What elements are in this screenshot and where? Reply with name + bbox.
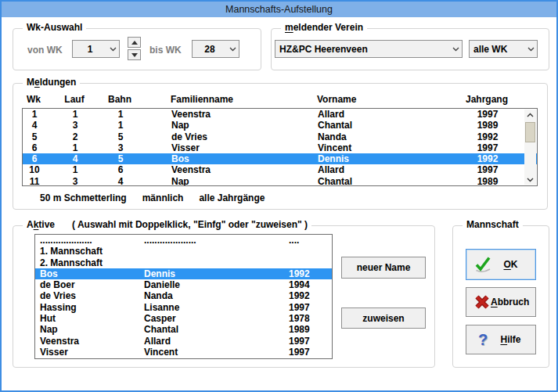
zuweisen-button[interactable]: zuweisen bbox=[341, 307, 426, 329]
vorname-cell: Casper bbox=[144, 313, 176, 324]
von-wk-select[interactable]: 1 bbox=[72, 40, 120, 58]
aktive-row[interactable]: HutCasper1978 bbox=[35, 313, 332, 324]
event-gender: männlich bbox=[142, 192, 184, 203]
meldungen-row[interactable]: 111VeenstraAllard1997 bbox=[23, 109, 537, 120]
titlebar: Mannschafts-Aufstellung bbox=[2, 2, 556, 17]
verein-select[interactable]: HZ&PC Heerenveen bbox=[275, 40, 463, 58]
familienname-cell: 1. Mannschaft bbox=[40, 246, 103, 257]
chevron-down-icon bbox=[525, 47, 537, 52]
jahrgang-cell: 1997 bbox=[463, 164, 513, 175]
column-header-jahrgang: Jahrgang bbox=[462, 93, 512, 106]
bis-wk-value: 28 bbox=[193, 44, 227, 55]
familienname-cell: Hut bbox=[40, 313, 56, 324]
familienname-cell: Bos bbox=[171, 153, 189, 164]
jahrgang-cell: 1997 bbox=[463, 142, 513, 153]
jahrgang-cell: 1992 bbox=[463, 131, 513, 142]
aktive-row[interactable]: ........................................… bbox=[35, 235, 332, 246]
neuer-name-button-label: neuer Name bbox=[357, 262, 411, 273]
event-ages: alle Jahrgänge bbox=[199, 192, 265, 203]
vorname-cell: Allard bbox=[144, 336, 171, 347]
vorname-cell: Nanda bbox=[318, 131, 347, 142]
familienname-cell: Visser bbox=[40, 347, 68, 358]
aktive-row[interactable]: 2. Mannschaft bbox=[35, 257, 332, 268]
aktive-list[interactable]: ........................................… bbox=[34, 234, 333, 359]
wk-cell: 6 bbox=[23, 153, 46, 164]
chevron-down-icon bbox=[527, 178, 534, 182]
event-summary: 50 m Schmetterlingmännlichalle Jahrgänge bbox=[40, 192, 280, 203]
bis-wk-label: bis WK bbox=[149, 45, 182, 56]
vorname-cell: Chantal bbox=[318, 176, 352, 186]
scrollbar[interactable] bbox=[524, 110, 536, 185]
group-mannschaft: Mannschaft OK Abbruch ? Hilfe bbox=[452, 225, 549, 368]
group-meldungen: Meldungen Wk Lauf Bahn Familienname Vorn… bbox=[13, 83, 548, 210]
jahrgang-cell: .... bbox=[289, 235, 299, 246]
bis-wk-select[interactable]: 28 bbox=[192, 40, 239, 58]
question-icon: ? bbox=[473, 332, 492, 347]
vorname-cell: Dennis bbox=[144, 268, 175, 279]
jahrgang-cell: 1992 bbox=[289, 268, 310, 279]
spinner-down-button[interactable] bbox=[128, 49, 141, 60]
chevron-down-icon bbox=[450, 47, 462, 52]
group-meldender-verein: meldender Verein HZ&PC Heerenveen alle W… bbox=[271, 28, 549, 70]
aktive-row[interactable]: VeenstraAllard1997 bbox=[35, 336, 332, 347]
bahn-cell: 5 bbox=[105, 153, 136, 164]
wk-cell: 5 bbox=[23, 131, 46, 142]
vorname-cell: .................... bbox=[144, 235, 196, 246]
aktive-row[interactable]: NapChantal1989 bbox=[35, 324, 332, 335]
meldungen-row[interactable]: 645BosDennis1992 bbox=[23, 153, 537, 164]
lauf-cell: 3 bbox=[59, 120, 91, 131]
spinner-up-button[interactable] bbox=[128, 37, 141, 48]
column-header-wk: Wk bbox=[22, 93, 45, 106]
aktive-row[interactable]: HassingLisanne1997 bbox=[35, 302, 332, 313]
vorname-cell: Vincent bbox=[144, 347, 178, 358]
aktive-row[interactable]: 1. Mannschaft bbox=[35, 246, 332, 257]
meldungen-row[interactable]: 525de VriesNanda1992 bbox=[23, 131, 537, 142]
scroll-up-button[interactable] bbox=[524, 110, 536, 120]
aktive-row[interactable]: VisserVincent1997 bbox=[35, 347, 332, 358]
familienname-cell: de Vries bbox=[171, 131, 207, 142]
wk-cell: 10 bbox=[23, 164, 46, 175]
von-wk-value: 1 bbox=[73, 44, 107, 55]
aktive-hint: ( Auswahl mit Doppelklick, "Einfg" oder … bbox=[72, 219, 308, 230]
meldungen-row[interactable]: 1134NapChantal1989 bbox=[23, 176, 537, 186]
jahrgang-cell: 1997 bbox=[463, 109, 513, 120]
jahrgang-cell: 1997 bbox=[289, 336, 310, 347]
familienname-cell: Visser bbox=[171, 142, 200, 153]
column-header-bahn: Bahn bbox=[104, 93, 135, 106]
vorname-cell: Lisanne bbox=[144, 302, 179, 313]
neuer-name-button[interactable]: neuer Name bbox=[341, 257, 426, 279]
familienname-cell: 2. Mannschaft bbox=[40, 257, 103, 268]
ok-button[interactable]: OK bbox=[466, 249, 536, 280]
familienname-cell: Nap bbox=[40, 324, 58, 335]
lauf-cell: 1 bbox=[59, 109, 91, 120]
hilfe-button[interactable]: ? Hilfe bbox=[466, 325, 536, 354]
aktive-row[interactable]: de BoerDanielle1994 bbox=[35, 279, 332, 290]
event-name: 50 m Schmetterling bbox=[40, 192, 127, 203]
meldungen-row[interactable]: 431NapChantal1989 bbox=[23, 120, 537, 131]
group-meldender-verein-label: meldender Verein bbox=[281, 22, 367, 33]
check-icon bbox=[473, 255, 492, 274]
von-wk-label: von WK bbox=[27, 45, 63, 56]
meldungen-row[interactable]: 613VisserVincent1997 bbox=[23, 142, 537, 153]
familienname-cell: Veenstra bbox=[40, 336, 79, 347]
arrow-up-icon bbox=[131, 41, 138, 45]
group-wk-auswahl-label: Wk-Auswahl bbox=[23, 22, 86, 33]
wk-cell: 11 bbox=[23, 176, 46, 186]
meldungen-list[interactable]: 111VeenstraAllard1997 431NapChantal1989 … bbox=[22, 108, 538, 186]
aktive-row[interactable]: BosDennis1992 bbox=[35, 268, 332, 279]
verein-value: HZ&PC Heerenveen bbox=[275, 44, 450, 55]
wk-spinner bbox=[128, 37, 141, 62]
lauf-cell: 1 bbox=[59, 164, 91, 175]
lauf-cell: 2 bbox=[59, 131, 91, 142]
familienname-cell: Veenstra bbox=[171, 164, 211, 175]
jahrgang-cell: 1989 bbox=[463, 120, 513, 131]
meldungen-row[interactable]: 1016VeenstraAllard1997 bbox=[23, 164, 537, 175]
wk-filter-select[interactable]: alle WK bbox=[469, 40, 538, 58]
aktive-row[interactable]: de VriesNanda1992 bbox=[35, 290, 332, 301]
scroll-down-button[interactable] bbox=[524, 174, 536, 185]
bahn-cell: 6 bbox=[105, 164, 136, 175]
wk-cell: 6 bbox=[23, 142, 46, 153]
jahrgang-cell: 1992 bbox=[463, 153, 513, 164]
abbruch-button[interactable]: Abbruch bbox=[466, 287, 536, 317]
scrollbar-thumb[interactable] bbox=[525, 122, 535, 142]
